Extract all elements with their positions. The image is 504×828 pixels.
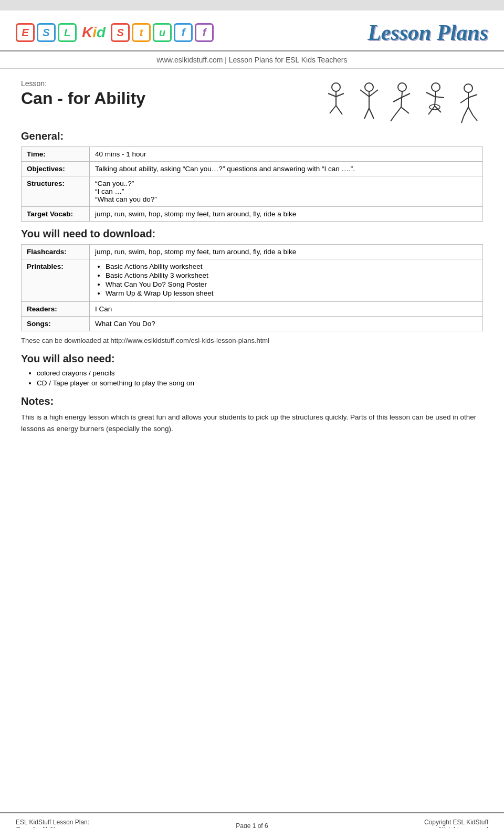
lesson-plans-title: Lesson Plans (368, 20, 488, 45)
flashcards-value: jump, run, swim, hop, stomp my feet, tur… (90, 245, 483, 259)
download-heading: You will need to download: (21, 228, 483, 240)
header: E S L Kid S t u f f Lesson Plans (0, 11, 504, 51)
objectives-value: Talking about ability, asking “Can you…?… (90, 162, 483, 176)
printables-list: Basic Actions Ability worksheet Basic Ac… (95, 263, 477, 297)
time-value: 40 mins - 1 hour (90, 147, 483, 162)
svg-line-18 (391, 116, 394, 121)
lesson-header: Lesson: Can - for Ability (21, 79, 483, 124)
logo-e: E (16, 23, 35, 42)
svg-point-26 (464, 84, 472, 92)
also-need-heading: You will also need: (21, 353, 483, 365)
list-item: Basic Actions Ability 3 worksheet (106, 271, 477, 279)
download-note: These can be downloaded at http://www.es… (21, 337, 483, 344)
list-item: CD / Tape player or something to play th… (37, 379, 483, 387)
stick-figure-2 (355, 82, 384, 124)
notes-heading: Notes: (21, 395, 483, 407)
svg-line-31 (468, 107, 473, 116)
list-item: What Can You Do? Song Poster (106, 280, 477, 288)
svg-line-30 (464, 107, 468, 117)
structures-label: Structures: (22, 176, 90, 207)
svg-line-21 (426, 92, 435, 97)
table-row-flashcards: Flashcards: jump, run, swim, hop, stomp … (22, 245, 483, 259)
svg-line-29 (468, 95, 477, 98)
logo-area: E S L Kid S t u f f (16, 23, 214, 42)
lesson-title: Can - for Ability (21, 89, 145, 108)
logo-l: L (58, 23, 77, 42)
footer-left-line2: Can - for Ability (16, 826, 173, 828)
page: E S L Kid S t u f f Lesson Plans www.esl… (0, 11, 504, 828)
svg-line-5 (336, 106, 342, 114)
table-row-time: Time: 40 mins - 1 hour (22, 147, 483, 162)
svg-line-22 (435, 97, 444, 98)
table-row-readers: Readers: I Can (22, 302, 483, 317)
footer-right: Copyright ESL KidStuff All rights reserv… (331, 819, 488, 828)
general-table: Time: 40 mins - 1 hour Objectives: Talki… (21, 146, 483, 222)
svg-line-32 (461, 117, 464, 123)
stick-figure-3 (388, 82, 417, 124)
svg-line-3 (336, 93, 344, 97)
svg-line-14 (393, 98, 401, 102)
svg-line-33 (473, 116, 477, 121)
svg-line-20 (435, 91, 436, 106)
kids-illustration (322, 82, 483, 124)
footer-center: Page 1 of 6 (173, 822, 331, 828)
table-row-structures: Structures: “Can you..?” “I can …” “What… (22, 176, 483, 207)
svg-line-28 (460, 98, 468, 103)
svg-line-11 (369, 108, 374, 119)
table-row-printables: Printables: Basic Actions Ability worksh… (22, 259, 483, 302)
footer-left: ESL KidStuff Lesson Plan: Can - for Abil… (16, 819, 173, 828)
svg-line-4 (330, 106, 336, 113)
download-table: Flashcards: jump, run, swim, hop, stomp … (21, 244, 483, 331)
general-heading: General: (21, 130, 483, 142)
main-content: Lesson: Can - for Ability (0, 69, 504, 812)
table-row-songs: Songs: What Can You Do? (22, 317, 483, 331)
footer-left-line1: ESL KidStuff Lesson Plan: (16, 819, 173, 826)
stick-figure-5 (454, 82, 483, 124)
page-indicator: Page 1 of 6 (236, 822, 268, 828)
also-need-list: colored crayons / pencils CD / Tape play… (21, 369, 483, 387)
website-text: www.eslkidstuff.com | Lesson Plans for E… (157, 56, 348, 64)
subtitle-bar: www.eslkidstuff.com | Lesson Plans for E… (0, 51, 504, 69)
readers-value: I Can (90, 302, 483, 317)
vocab-label: Target Vocab: (22, 207, 90, 222)
stick-figure-1 (322, 82, 351, 124)
svg-line-13 (401, 91, 402, 107)
lesson-label: Lesson: (21, 79, 145, 88)
time-label: Time: (22, 147, 90, 162)
logo-s: S (37, 23, 56, 42)
svg-point-6 (365, 83, 373, 91)
vocab-value: jump, run, swim, hop, stomp my feet, tur… (90, 207, 483, 222)
lesson-title-block: Lesson: Can - for Ability (21, 79, 145, 108)
list-item: colored crayons / pencils (37, 369, 483, 377)
svg-line-16 (394, 107, 401, 116)
table-row-objectives: Objectives: Talking about ability, askin… (22, 162, 483, 176)
stick-figure-4 (421, 82, 450, 124)
svg-point-0 (332, 83, 340, 91)
esl-logo: E S L (16, 23, 77, 42)
stuff-f: f (174, 23, 193, 42)
readers-label: Readers: (22, 302, 90, 317)
stuff-logo: S t u f f (111, 23, 214, 42)
flashcards-label: Flashcards: (22, 245, 90, 259)
songs-value: What Can You Do? (90, 317, 483, 331)
objectives-label: Objectives: (22, 162, 90, 176)
footer: ESL KidStuff Lesson Plan: Can - for Abil… (0, 812, 504, 828)
svg-line-17 (401, 107, 409, 113)
svg-point-19 (432, 83, 440, 91)
svg-point-12 (398, 83, 406, 91)
svg-line-2 (328, 93, 336, 97)
svg-line-10 (364, 108, 369, 119)
footer-right-line2: All rights reserved (331, 826, 488, 828)
stuff-u: u (153, 23, 172, 42)
stuff-s: S (111, 23, 130, 42)
structures-value: “Can you..?” “I can …” “What can you do?… (90, 176, 483, 207)
footer-right-line1: Copyright ESL KidStuff (331, 819, 488, 826)
stuff-t: t (132, 23, 151, 42)
songs-label: Songs: (22, 317, 90, 331)
printables-label: Printables: (22, 259, 90, 302)
list-item: Basic Actions Ability worksheet (106, 263, 477, 270)
table-row-vocab: Target Vocab: jump, run, swim, hop, stom… (22, 207, 483, 222)
printables-value: Basic Actions Ability worksheet Basic Ac… (90, 259, 483, 302)
stuff-f2: f (195, 23, 214, 42)
list-item: Warm Up & Wrap Up lesson sheet (106, 289, 477, 297)
